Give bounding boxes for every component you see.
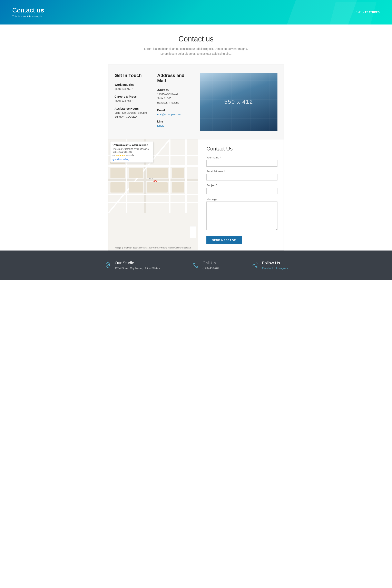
map-large-link[interactable]: ดูแผนที่ขนาดใหญ่ — [112, 158, 151, 161]
footer-follow-heading: Follow Us — [262, 261, 288, 266]
svg-point-26 — [256, 263, 257, 264]
instagram-link[interactable]: Instagram — [276, 267, 288, 270]
breadcrumb-current: FEATURES — [365, 11, 380, 14]
image-placeholder-text: 550 x 412 — [224, 98, 253, 105]
assistance-hours-item: Assistance Hours Mon - Sat 9:00am - 8:00… — [114, 107, 151, 119]
svg-point-28 — [256, 266, 257, 268]
line-item: Line Lineid — [157, 120, 194, 128]
map-footer-text: แผนที่พิมพ์ ข้อมูลแผนที่ © 2021 ข้อกำหนด… — [124, 247, 191, 249]
header-subtitle: This is a subtitle example — [12, 15, 44, 18]
svg-rect-16 — [129, 168, 143, 178]
breadcrumb-home[interactable]: HOME — [354, 11, 362, 14]
map-overlay-card: บริษัท อีคอมสยาม ดอทคอม จำกัด 470 ถนน ปร… — [110, 142, 153, 162]
address-line2: Suite 11100 — [157, 96, 194, 101]
map-zoom-out-button[interactable]: − — [190, 232, 196, 238]
name-label: Your name * — [206, 156, 278, 159]
share-icon — [251, 262, 259, 269]
contact-form-col: Contact Us Your name * Email Address * S… — [198, 140, 284, 250]
map-biz-address: 470 ถนน ประชาราษฎร์ ตำบล ตลาดขวัญ อ.เมือ… — [112, 148, 151, 154]
hero-desc2: Lorem ipsum dolor sit amet, consectetur … — [4, 52, 388, 56]
svg-line-30 — [254, 266, 256, 267]
svg-rect-24 — [147, 182, 168, 192]
breadcrumb-nav: HOME › FEATURES — [354, 11, 380, 14]
map-zoom-controls[interactable]: + − — [190, 226, 196, 238]
line-link[interactable]: Lineid — [157, 124, 164, 127]
message-field-group: Message — [206, 198, 278, 231]
footer-call-text: Call Us (123) 456-789 — [202, 261, 219, 270]
map-biz-name: บริษัท อีคอมสยาม ดอทคอม จำกัด — [112, 143, 151, 147]
footer-call-heading: Call Us — [202, 261, 219, 266]
address-line1: 12345 ABC Road. — [157, 92, 194, 96]
get-in-touch-col: Get In Touch Work Inquiries (800) 123-45… — [114, 73, 157, 131]
footer-follow-col: Follow Us Facebook/Instagram — [251, 261, 288, 270]
work-inquiries-value: (800) 123-4567 — [114, 87, 151, 91]
footer-studio-address: 1234 Street, City Name, United States — [115, 267, 160, 270]
social-divider: / — [274, 267, 276, 270]
facebook-link[interactable]: Facebook — [262, 267, 274, 270]
page-header: Contact us This is a subtitle example HO… — [0, 0, 392, 24]
map-col: ถนน บริษัท อีคอมสยา — [108, 140, 198, 250]
subject-input[interactable] — [206, 188, 278, 194]
footer-follow-text: Follow Us Facebook/Instagram — [262, 261, 288, 270]
careers-press-label: Careers & Press — [114, 95, 151, 98]
map-footer: Google | แผนที่พิมพ์ ข้อมูลแผนที่ © 2021… — [108, 246, 198, 249]
header-title-bold: us — [36, 6, 44, 14]
hero-section: Contact us Lorem ipsum dolor sit amet, c… — [0, 24, 392, 64]
info-image: 550 x 412 — [200, 73, 278, 131]
email-input[interactable] — [206, 174, 278, 180]
svg-point-27 — [253, 264, 254, 266]
header-title: Contact us — [12, 6, 44, 14]
map-rating-value: 5.0 — [112, 154, 115, 157]
address-line3: Bangkok, Thailand — [157, 101, 194, 105]
assistance-hours-value2: Sunday - CLOSED — [114, 115, 151, 119]
breadcrumb-chevron: › — [363, 11, 364, 14]
phone-icon — [192, 262, 199, 269]
message-label: Message — [206, 198, 278, 201]
svg-rect-17 — [147, 168, 168, 178]
subject-label: Subject * — [206, 184, 278, 187]
hero-desc1: Lorem ipsum dolor sit amet, consectetur … — [4, 46, 388, 52]
svg-point-25 — [107, 264, 108, 266]
assistance-hours-value1: Mon - Sat 9:00am - 8:00pm — [114, 111, 151, 115]
send-message-button[interactable]: SEND MESSAGE — [206, 236, 242, 244]
svg-rect-20 — [172, 182, 184, 192]
svg-rect-22 — [110, 168, 125, 178]
map-stars: ★★★★★ — [116, 154, 125, 157]
map-google-label: Google — [115, 247, 121, 249]
svg-rect-23 — [110, 182, 125, 192]
footer-studio-heading: Our Studio — [115, 261, 160, 266]
careers-press-item: Careers & Press (800) 123-4567 — [114, 95, 151, 103]
header-title-prefix: Contact — [12, 6, 36, 14]
map-rating: 5.0 ★★★★★ 1 รวมเห็น — [112, 154, 151, 157]
footer-studio-col: Our Studio 1234 Street, City Name, Unite… — [104, 261, 160, 270]
map-review-count: 1 รวมเห็น — [126, 154, 134, 157]
svg-rect-19 — [172, 168, 184, 178]
address-mail-heading: Address and Mail — [157, 73, 194, 84]
page-footer: Our Studio 1234 Street, City Name, Unite… — [0, 250, 392, 280]
email-label: Email — [157, 108, 194, 112]
footer-studio-text: Our Studio 1234 Street, City Name, Unite… — [115, 261, 160, 270]
svg-rect-18 — [129, 182, 143, 192]
name-field-group: Your name * — [206, 156, 278, 166]
email-link[interactable]: mail@example.com — [157, 113, 180, 116]
email-item: Email mail@example.com — [157, 108, 194, 116]
address-item: Address 12345 ABC Road. Suite 11100 Bang… — [157, 88, 194, 105]
studio-icon — [104, 262, 112, 269]
careers-press-value: (800) 123-4567 — [114, 99, 151, 103]
address-label: Address — [157, 88, 194, 92]
address-mail-col: Address and Mail Address 12345 ABC Road.… — [157, 73, 200, 131]
map-form-section: ถนน บริษัท อีคอมสยา — [108, 140, 284, 250]
work-inquiries-item: Work Inquiries (800) 123-4567 — [114, 83, 151, 91]
hero-title: Contact us — [4, 35, 388, 43]
assistance-hours-label: Assistance Hours — [114, 107, 151, 110]
footer-inner: Our Studio 1234 Street, City Name, Unite… — [104, 261, 288, 270]
work-inquiries-label: Work Inquiries — [114, 83, 151, 86]
email-address-label: Email Address * — [206, 170, 278, 173]
message-textarea[interactable] — [206, 202, 278, 230]
name-input[interactable] — [206, 160, 278, 166]
contact-form-heading: Contact Us — [206, 146, 278, 152]
map-zoom-in-button[interactable]: + — [190, 226, 196, 232]
subject-field-group: Subject * — [206, 184, 278, 194]
fake-map: ถนน บริษัท อีคอมสยา — [108, 140, 198, 250]
svg-line-29 — [254, 264, 256, 265]
